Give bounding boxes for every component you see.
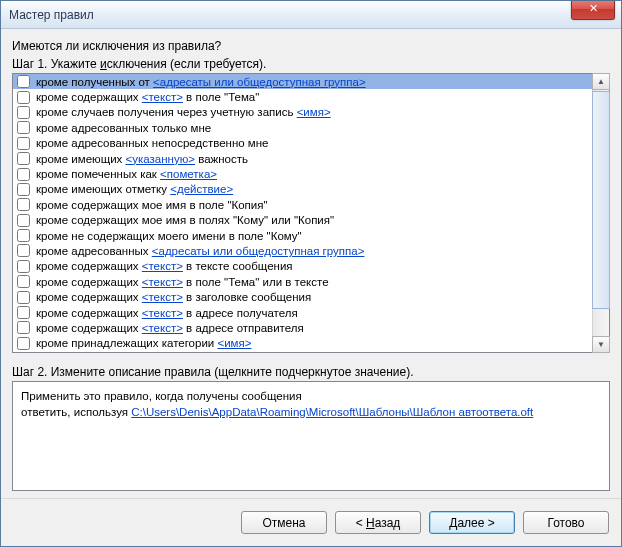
exception-row[interactable]: кроме содержащих <текст> в адресе отправ… (13, 320, 592, 335)
exception-checkbox[interactable] (17, 152, 30, 165)
exception-param-link[interactable]: <адресаты или общедоступная группа> (153, 76, 366, 88)
exception-row[interactable]: кроме имеющих <указанную> важность (13, 151, 592, 166)
scroll-down-button[interactable]: ▼ (592, 336, 610, 353)
exception-param-link[interactable]: <текст> (142, 91, 183, 103)
template-path-link[interactable]: C:\Users\Denis\AppData\Roaming\Microsoft… (131, 406, 533, 418)
cancel-button[interactable]: Отмена (241, 511, 327, 534)
exception-row[interactable]: кроме содержащих <текст> в заголовке соо… (13, 289, 592, 304)
close-button[interactable]: ✕ (571, 1, 615, 20)
exception-row[interactable]: кроме адресованных только мне (13, 120, 592, 135)
exception-text: кроме не содержащих моего имени в поле "… (36, 230, 302, 242)
exception-param-link[interactable]: <пометка> (160, 168, 217, 180)
exception-checkbox[interactable] (17, 275, 30, 288)
exception-checkbox[interactable] (17, 244, 30, 257)
exception-row[interactable]: кроме содержащих <текст> в поле "Тема" (13, 89, 592, 104)
exception-checkbox[interactable] (17, 137, 30, 150)
exception-text: кроме имеющих <указанную> важность (36, 153, 248, 165)
exception-checkbox[interactable] (17, 106, 30, 119)
exceptions-listbox: кроме полученных от <адресаты или общедо… (12, 73, 610, 353)
exceptions-list[interactable]: кроме полученных от <адресаты или общедо… (13, 74, 592, 352)
exception-row[interactable]: кроме содержащих мое имя в полях "Кому" … (13, 213, 592, 228)
exception-param-link[interactable]: <текст> (142, 291, 183, 303)
exception-text: кроме имеющих отметку <действие> (36, 183, 233, 195)
exception-row[interactable]: кроме принадлежащих категории <имя> (13, 336, 592, 351)
exception-row[interactable]: кроме адресованных непосредственно мне (13, 136, 592, 151)
exception-text: кроме содержащих мое имя в полях "Кому" … (36, 214, 334, 226)
exception-row[interactable]: кроме полученных от <адресаты или общедо… (13, 74, 592, 89)
exception-param-link[interactable]: <действие> (170, 183, 233, 195)
exception-checkbox[interactable] (17, 321, 30, 334)
dialog-body: Имеются ли исключения из правила? Шаг 1.… (1, 29, 621, 498)
exception-text: кроме случаев получения через учетную за… (36, 106, 331, 118)
exception-param-link[interactable]: <текст> (142, 322, 183, 334)
exception-checkbox[interactable] (17, 75, 30, 88)
exception-text: кроме содержащих <текст> в поле "Тема" и… (36, 276, 329, 288)
exception-checkbox[interactable] (17, 121, 30, 134)
desc-line1: Применить это правило, когда получены со… (21, 388, 601, 404)
step2-label: Шаг 2. Измените описание правила (щелкни… (12, 365, 610, 379)
exception-row[interactable]: кроме содержащих мое имя в поле "Копия" (13, 197, 592, 212)
exception-checkbox[interactable] (17, 229, 30, 242)
exception-checkbox[interactable] (17, 198, 30, 211)
exception-row[interactable]: кроме адресованных <адресаты или общедос… (13, 243, 592, 258)
exception-text: кроме содержащих <текст> в адресе отправ… (36, 322, 304, 334)
exception-row[interactable]: кроме не содержащих моего имени в поле "… (13, 228, 592, 243)
exception-checkbox[interactable] (17, 91, 30, 104)
exception-text: кроме содержащих <текст> в поле "Тема" (36, 91, 259, 103)
title-bar[interactable]: Мастер правил ✕ (1, 1, 621, 29)
exception-text: кроме содержащих <текст> в заголовке соо… (36, 291, 311, 303)
exception-text: кроме содержащих <текст> в тексте сообще… (36, 260, 293, 272)
exception-text: кроме адресованных непосредственно мне (36, 137, 269, 149)
exception-checkbox[interactable] (17, 214, 30, 227)
exception-param-link[interactable]: <текст> (142, 260, 183, 272)
exception-checkbox[interactable] (17, 183, 30, 196)
back-button[interactable]: < Назад (335, 511, 421, 534)
exception-text: кроме полученных от <адресаты или общедо… (36, 76, 366, 88)
rules-wizard-window: Мастер правил ✕ Имеются ли исключения из… (0, 0, 622, 547)
exception-param-link[interactable]: <текст> (142, 276, 183, 288)
scroll-thumb[interactable] (592, 91, 610, 309)
exception-checkbox[interactable] (17, 260, 30, 273)
step1-label: Шаг 1. Укажите исключения (если требуетс… (12, 57, 610, 71)
exception-row[interactable]: кроме имеющих отметку <действие> (13, 182, 592, 197)
exception-row[interactable]: кроме случаев получения через учетную за… (13, 105, 592, 120)
scroll-up-button[interactable]: ▲ (592, 73, 610, 90)
exception-row[interactable]: кроме помеченных как <пометка> (13, 166, 592, 181)
question-text: Имеются ли исключения из правила? (12, 39, 610, 53)
exception-param-link[interactable]: <адресаты или общедоступная группа> (152, 245, 365, 257)
rule-description-box: Применить это правило, когда получены со… (12, 381, 610, 491)
exception-checkbox[interactable] (17, 306, 30, 319)
exception-checkbox[interactable] (17, 291, 30, 304)
exception-checkbox[interactable] (17, 168, 30, 181)
desc-line2: ответить, используя C:\Users\Denis\AppDa… (21, 404, 601, 420)
exception-text: кроме помеченных как <пометка> (36, 168, 217, 180)
exception-row[interactable]: кроме содержащих <текст> в адресе получа… (13, 305, 592, 320)
exception-param-link[interactable]: <указанную> (126, 153, 195, 165)
exception-row[interactable]: кроме содержащих <текст> в поле "Тема" и… (13, 274, 592, 289)
exception-param-link[interactable]: <имя> (217, 337, 251, 349)
scrollbar[interactable]: ▲ ▼ (592, 74, 609, 352)
close-icon: ✕ (589, 0, 598, 16)
exception-row[interactable]: кроме содержащих <текст> в тексте сообще… (13, 259, 592, 274)
dialog-footer: Отмена < Назад Далее > Готово (1, 498, 621, 546)
finish-button[interactable]: Готово (523, 511, 609, 534)
window-title: Мастер правил (9, 8, 94, 22)
next-button[interactable]: Далее > (429, 511, 515, 534)
exception-param-link[interactable]: <имя> (297, 106, 331, 118)
exception-text: кроме адресованных <адресаты или общедос… (36, 245, 364, 257)
exception-param-link[interactable]: <текст> (142, 307, 183, 319)
exception-text: кроме содержащих мое имя в поле "Копия" (36, 199, 268, 211)
exception-text: кроме принадлежащих категории <имя> (36, 337, 251, 349)
exception-checkbox[interactable] (17, 337, 30, 350)
exception-text: кроме адресованных только мне (36, 122, 211, 134)
exception-text: кроме содержащих <текст> в адресе получа… (36, 307, 298, 319)
